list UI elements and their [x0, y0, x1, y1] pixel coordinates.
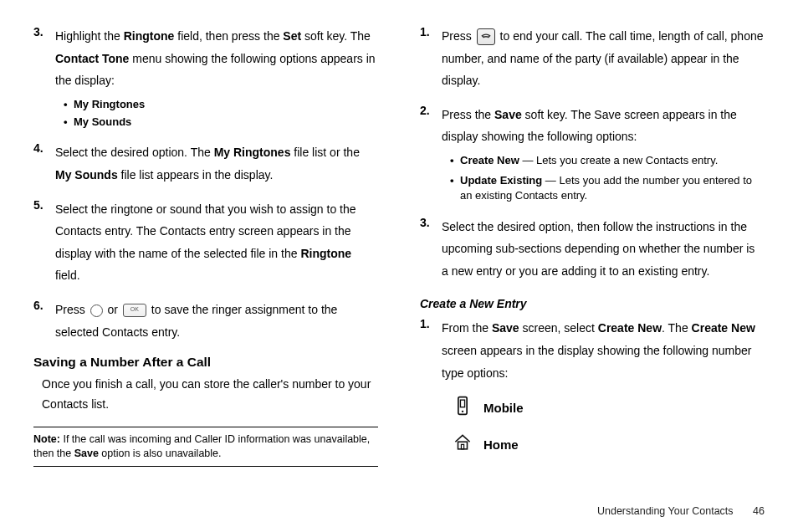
steps-list: 1. Press to end your call. The call time…: [420, 25, 765, 282]
text: field, then press the: [174, 29, 283, 43]
text-bold: Save: [492, 321, 519, 335]
svg-point-2: [462, 411, 463, 412]
text-bold: My Ringtones: [214, 146, 291, 159]
step-1: 1. Press to end your call. The call time…: [420, 25, 765, 92]
text-bold: Save: [74, 448, 99, 459]
ok-circle-icon: [90, 304, 103, 317]
option-home: Home: [453, 432, 765, 456]
text-bold: Set: [283, 29, 301, 43]
left-column: 3. Highlight the Ringtone field, then pr…: [33, 25, 399, 515]
text: Press: [442, 29, 475, 43]
page-footer: Understanding Your Contacts 46: [597, 505, 765, 517]
text-bold: My Sounds: [74, 115, 131, 128]
chapter-title: Understanding Your Contacts: [597, 505, 734, 517]
text: screen, select: [519, 321, 598, 335]
text-bold: Update Existing: [460, 174, 542, 187]
text: Press the: [442, 108, 494, 121]
step-3: 3. Highlight the Ringtone field, then pr…: [33, 25, 378, 130]
section-heading: Saving a Number After a Call: [33, 355, 378, 370]
text: From the: [442, 321, 492, 335]
step-3: 3. Select the desired option, then follo…: [420, 216, 765, 283]
text-bold: Create New: [692, 321, 755, 335]
note-block: Note: If the call was incoming and Calle…: [33, 427, 378, 467]
right-column: 1. Press to end your call. The call time…: [399, 25, 765, 515]
text-bold: Ringtone: [124, 29, 175, 43]
number-type-options: Mobile Home: [453, 396, 765, 456]
text: screen appears in the display showing th…: [442, 344, 751, 380]
ok-key-icon: OK: [123, 304, 146, 317]
text: file list appears in the display.: [118, 168, 274, 182]
option-mobile: Mobile: [453, 396, 765, 419]
text: soft key. The: [301, 29, 371, 43]
text: option is also unavailable.: [99, 448, 222, 459]
text: Press: [55, 303, 89, 316]
text: file list or the: [290, 146, 359, 159]
mobile-icon: [453, 396, 472, 419]
text-bold: My Ringtones: [74, 98, 145, 110]
step-4: 4. Select the desired option. The My Rin…: [33, 141, 378, 186]
list-item: My Ringtones: [64, 97, 378, 113]
text: Select the desired option. The: [55, 146, 214, 159]
manual-page: 3. Highlight the Ringtone field, then pr…: [0, 0, 798, 532]
text-bold: Create New: [598, 321, 662, 335]
step-1: 1. From the Save screen, select Create N…: [420, 317, 765, 384]
list-item: My Sounds: [64, 115, 378, 130]
options-list: My Ringtones My Sounds: [64, 97, 378, 130]
subsection-heading: Create a New Entry: [420, 297, 765, 310]
option-label: Home: [483, 437, 519, 452]
list-item: Create New — Lets you create a new Conta…: [450, 153, 765, 168]
end-call-key-icon: [477, 28, 495, 45]
step-6: 6. Press or OK to save the ringer assign…: [33, 299, 378, 343]
steps-list: 1. From the Save screen, select Create N…: [420, 317, 765, 384]
text: — Lets you create a new Contacts entry.: [519, 154, 719, 166]
list-item: Update Existing — Lets you add the numbe…: [450, 173, 765, 203]
step-2: 2. Press the Save soft key. The Save scr…: [420, 104, 765, 204]
home-icon: [453, 432, 472, 456]
svg-rect-3: [458, 442, 468, 449]
svg-rect-4: [461, 444, 463, 449]
text-bold: My Sounds: [55, 168, 118, 182]
steps-list: 3. Highlight the Ringtone field, then pr…: [33, 25, 378, 343]
text-bold: Ringtone: [300, 247, 351, 260]
page-number: 46: [753, 505, 765, 517]
note-label: Note:: [33, 433, 60, 445]
step-5: 5. Select the ringtone or sound that you…: [33, 198, 378, 287]
text: Highlight the: [55, 29, 124, 43]
text-bold: Contact Tone: [55, 52, 129, 65]
option-label: Mobile: [483, 401, 524, 415]
text: field.: [55, 269, 80, 282]
svg-rect-1: [460, 400, 464, 407]
paragraph: Once you finish a call, you can store th…: [42, 375, 378, 415]
text: . The: [662, 321, 692, 335]
text: or: [105, 303, 121, 316]
options-list: Create New — Lets you create a new Conta…: [450, 153, 765, 204]
text: Select the desired option, then follow t…: [442, 216, 765, 283]
text-bold: Create New: [460, 154, 519, 166]
text-bold: Save: [494, 108, 522, 121]
